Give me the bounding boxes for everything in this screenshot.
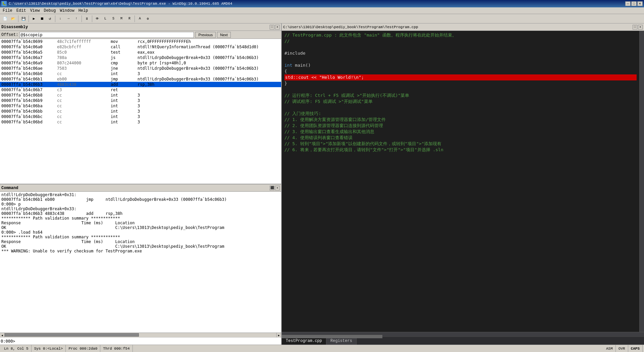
disasm-row[interactable]: 00007ffa`b54c06bd cc int 3 bbox=[0, 119, 281, 125]
source-vscroll[interactable] bbox=[639, 31, 644, 332]
disasm-addr: 00007ffa`b54c06b8 bbox=[0, 93, 57, 98]
hscroll-right[interactable]: ▶ bbox=[276, 333, 281, 338]
tab-registers[interactable]: Registers bbox=[326, 337, 357, 345]
disasm-row[interactable]: 00007ffa`b54c06ba cc int 3 bbox=[0, 103, 281, 109]
disasm-row[interactable]: 00007ffa`b54c06a0 e82bcbfcff call ntdll!… bbox=[0, 44, 281, 50]
disasm-row[interactable]: 00007ffa`b54c06a7 780a js ntdll!LdrpDoDe… bbox=[0, 55, 281, 60]
command-line: OK C:\Users\13013\Desktop\pediy_book\Tes… bbox=[1, 225, 280, 230]
source-comment: // 5. 转到"项目">"添加新项"以创建新的代码文件，或转到"项目">"添加… bbox=[284, 141, 441, 146]
disassembly-close[interactable]: ✕ bbox=[275, 25, 280, 30]
toolbar-registers[interactable]: R bbox=[126, 15, 133, 22]
toolbar-step-over[interactable]: → bbox=[65, 15, 72, 22]
tab-source-file[interactable]: TestProgram.cpp bbox=[282, 337, 326, 345]
command-input-field[interactable] bbox=[16, 339, 280, 344]
disasm-bytes: cc bbox=[57, 104, 111, 108]
disasm-addr: 00007ffa`b54c06a9 bbox=[0, 61, 57, 65]
minimize-button[interactable]: ─ bbox=[625, 1, 631, 6]
toolbar-call-stack[interactable]: S bbox=[110, 15, 117, 22]
toolbar-watch[interactable]: 👁 bbox=[94, 15, 101, 22]
disasm-addr: 00007ffa`b54c06bb bbox=[0, 109, 57, 114]
disasm-row[interactable]: 00007ffa`b54c06b9 cc int 3 bbox=[0, 98, 281, 103]
disasm-row[interactable]: 00007ffa`b54c06b0 cc int 3 bbox=[0, 71, 281, 76]
app-icon: 🐛 bbox=[1, 1, 7, 6]
offset-bar: Offset: Previous Next bbox=[0, 31, 281, 39]
toolbar-restart[interactable]: ↺ bbox=[46, 15, 54, 22]
toolbar-stop[interactable]: ⏹ bbox=[38, 15, 46, 22]
source-maximize[interactable]: □ bbox=[633, 25, 637, 30]
toolbar-step-in[interactable]: ↓ bbox=[57, 15, 64, 22]
disasm-row[interactable]: 00007ffa`b54c06a5 85c0 test eax,eax bbox=[0, 50, 281, 55]
menu-edit[interactable]: Edit bbox=[14, 8, 28, 14]
toolbar-memory[interactable]: M bbox=[118, 15, 125, 22]
toolbar-sep1 bbox=[18, 15, 18, 22]
statusbar: Ln 8, Col 5 Sys 0:<Local> Proc 000:2da0 … bbox=[0, 345, 644, 352]
close-button[interactable]: ✕ bbox=[637, 1, 643, 6]
source-comment: // bbox=[284, 39, 290, 44]
disasm-row[interactable]: 00007ffa`b54c06b7 c3 ret bbox=[0, 87, 281, 93]
disassembly-panel: Disassembly □ ✕ Offset: Previous Next 00… bbox=[0, 23, 281, 184]
left-panel: Disassembly □ ✕ Offset: Previous Next 00… bbox=[0, 23, 282, 345]
command-console[interactable]: ⬛ bbox=[270, 186, 274, 190]
source-line: // 5. 转到"项目">"添加新项"以创建新的代码文件，或转到"项目">"添加… bbox=[284, 141, 637, 147]
disasm-row[interactable]: 00007ffa`b54c06b1 eb00 jmp ntdll!LdrpDoD… bbox=[0, 76, 281, 82]
menu-window[interactable]: Window bbox=[58, 8, 76, 14]
command-panel: Command ⬛ ✕ ntdll!LdrpDoDebuggerBreak+0x… bbox=[0, 184, 281, 345]
disasm-bytes: cc bbox=[57, 98, 111, 103]
disasm-row[interactable]: 00007ffa`b54c06bc cc int 3 bbox=[0, 114, 281, 119]
source-hscroll-thumb[interactable] bbox=[282, 335, 382, 338]
hscroll-track[interactable] bbox=[5, 333, 276, 337]
toolbar-new[interactable]: 📄 bbox=[1, 15, 9, 22]
command-line: *** WARNING: Unable to verify checksum f… bbox=[1, 249, 280, 253]
disasm-operand: 3 bbox=[138, 71, 281, 76]
toolbar-step-out[interactable]: ↑ bbox=[73, 15, 80, 22]
source-content[interactable]: // TestProgram.cpp : 此文件包含 "main" 函数。程序执… bbox=[282, 31, 639, 332]
source-line: #include bbox=[284, 50, 637, 56]
disasm-row[interactable]: 00007ffa`b54c06ae 7503 jne ntdll!LdrpDoD… bbox=[0, 66, 281, 71]
source-close[interactable]: ✕ bbox=[638, 25, 643, 30]
maximize-button[interactable]: □ bbox=[631, 1, 637, 6]
toolbar-break[interactable]: ⏸ bbox=[83, 15, 91, 22]
disassembly-title: Disassembly bbox=[1, 25, 28, 30]
previous-button[interactable]: Previous bbox=[195, 32, 216, 38]
source-line: std::cout << "Hello World!\n"; bbox=[284, 74, 637, 80]
status-proc: Proc 000:2da0 bbox=[66, 345, 100, 352]
command-hscroll[interactable]: ◀ ▶ bbox=[0, 333, 281, 337]
disasm-row[interactable]: 00007ffa`b54c06b8 cc int 3 bbox=[0, 93, 281, 98]
source-normal bbox=[284, 87, 287, 92]
tab-source-label: TestProgram.cpp bbox=[286, 339, 322, 343]
disasm-mnemonic: call bbox=[111, 45, 138, 49]
source-hscroll[interactable] bbox=[282, 332, 644, 337]
menu-help[interactable]: Help bbox=[76, 8, 90, 14]
disasm-row[interactable]: 00007ffa`b54c06b3 4883c438 add rsp,38h bbox=[0, 82, 281, 87]
disasm-row[interactable]: 00007ffa`b54c06a9 807c244000 cmp byte pt… bbox=[0, 60, 281, 66]
hscroll-left[interactable]: ◀ bbox=[0, 333, 5, 338]
menu-view[interactable]: View bbox=[28, 8, 42, 14]
source-line: // TestProgram.cpp : 此文件包含 "main" 函数。程序执… bbox=[284, 32, 637, 38]
next-button[interactable]: Next bbox=[217, 32, 231, 38]
toolbar-run[interactable]: ▶ bbox=[30, 15, 38, 22]
disassembly-maximize[interactable]: □ bbox=[270, 25, 274, 30]
source-path: C:\Users\13013\Desktop\pediy_book\TestPr… bbox=[283, 25, 418, 29]
menu-debug[interactable]: Debug bbox=[42, 8, 58, 14]
offset-input[interactable] bbox=[19, 32, 194, 38]
toolbar-locals[interactable]: L bbox=[102, 15, 109, 22]
source-line: } bbox=[284, 80, 637, 86]
toolbar-sep6 bbox=[135, 15, 135, 22]
disasm-row[interactable]: 00007ffa`b54c06bb cc int 3 bbox=[0, 109, 281, 114]
command-content[interactable]: ntdll!LdrpDoDebuggerBreak+0x31:00007ffa`… bbox=[0, 192, 281, 333]
source-keyword: int bbox=[284, 63, 292, 68]
hscroll-thumb[interactable] bbox=[5, 333, 139, 337]
menu-file[interactable]: File bbox=[1, 8, 14, 14]
disasm-mnemonic: int bbox=[111, 114, 138, 119]
disassembly-content[interactable]: 00007ffa`b54c0699 48c7c1feffffff mov rcx… bbox=[0, 39, 281, 184]
disasm-row[interactable]: 00007ffa`b54c0699 48c7c1feffffff mov rcx… bbox=[0, 39, 281, 44]
toolbar-open[interactable]: 📂 bbox=[9, 15, 17, 22]
disasm-operand: rcx,0FFFFFFFFFFFFFFFEh bbox=[138, 39, 281, 44]
command-close[interactable]: ✕ bbox=[275, 186, 280, 190]
toolbar-options[interactable]: ⚙ bbox=[144, 15, 152, 22]
status-ln: Ln 8, Col 5 bbox=[1, 345, 32, 352]
disasm-bytes: eb00 bbox=[57, 77, 111, 81]
toolbar-save[interactable]: 💾 bbox=[20, 15, 27, 22]
main-layout: Disassembly □ ✕ Offset: Previous Next 00… bbox=[0, 23, 644, 345]
toolbar-font[interactable]: A bbox=[136, 15, 144, 22]
